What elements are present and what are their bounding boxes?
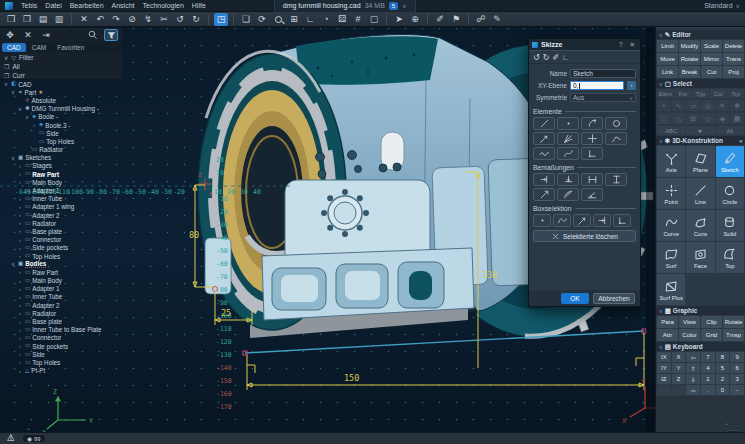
construction-curve-tile[interactable]: Curve — [657, 210, 685, 241]
status-badge[interactable]: ◉99 — [22, 434, 46, 443]
tree-item[interactable]: ›▭Inner Tube to Base Plate — [3, 326, 121, 334]
wave-icon[interactable] — [533, 147, 555, 160]
tree-item[interactable]: ›▭Raw Part — [3, 170, 121, 178]
dim-diag-icon[interactable] — [533, 188, 555, 201]
filter-row[interactable]: ∨ ▽ Filter — [0, 53, 122, 62]
viewport-scrollbar[interactable] — [646, 28, 655, 432]
editor-scale-button[interactable]: Scale — [701, 40, 722, 52]
tree-item[interactable]: ›▭Adapter 2 — [3, 211, 121, 219]
tree-item[interactable]: ›▭Side pockets — [3, 244, 121, 252]
tree-item[interactable]: ›▭Main Body — [3, 178, 121, 186]
construction-section-header[interactable]: ∨✱3D-Konstruktion◂ — [656, 136, 745, 145]
graphic-tmsp-button[interactable]: Tmsp — [723, 329, 744, 341]
delete-icon[interactable]: ✕ — [77, 13, 91, 26]
sidebar-tab-favoriten[interactable]: Favoriten — [52, 43, 89, 52]
graphic-rotate-button[interactable]: Rotate — [723, 316, 744, 328]
tree-item[interactable]: ›▭Side — [3, 350, 121, 358]
sidebar-tab-cam[interactable]: CAM — [27, 43, 51, 52]
tree-expander-icon[interactable]: › — [17, 359, 23, 365]
editor-limit-button[interactable]: Limit — [657, 40, 678, 52]
undo-icon[interactable]: ↶ — [93, 13, 107, 26]
tree-expander-icon[interactable]: › — [17, 335, 23, 341]
tree-item[interactable]: ›▭Adapter 1 — [3, 285, 121, 293]
tree-expander-icon[interactable]: › — [17, 368, 23, 374]
tree-expander-icon[interactable]: › — [17, 294, 23, 300]
key-6[interactable]: 6 — [730, 363, 744, 373]
construction-axis-tile[interactable]: Axis — [657, 146, 685, 177]
curve-icon[interactable] — [553, 214, 571, 227]
tree-expander-icon[interactable]: › — [17, 310, 23, 316]
select-mode-all[interactable]: All — [716, 126, 744, 135]
move-icon[interactable]: ✥ — [4, 30, 16, 40]
tree-item[interactable]: ∨▣Bodies — [3, 260, 121, 268]
key-⇧[interactable]: ⇧ — [686, 363, 700, 373]
delete-selected-button[interactable]: Selektierte löschen — [533, 230, 636, 242]
construction-solid-tile[interactable]: Solid — [716, 210, 744, 241]
trim-icon[interactable]: ✂ — [157, 13, 171, 26]
key--[interactable]: - — [730, 385, 744, 395]
close-icon[interactable]: ✕ — [628, 41, 637, 49]
tree-expander-icon[interactable]: › — [17, 179, 23, 185]
rotate-left-icon[interactable]: ↺ — [173, 13, 187, 26]
key-ix[interactable]: IX — [657, 352, 671, 362]
dim-left-icon[interactable] — [533, 173, 555, 186]
construction-surf-plus-tile[interactable]: Surf Plus — [657, 274, 685, 305]
menu-datei[interactable]: Datei — [45, 2, 61, 9]
menu-hilfe[interactable]: Hilfe — [192, 2, 206, 9]
rotate-right-icon[interactable]: ↻ — [189, 13, 203, 26]
key-4[interactable]: 4 — [701, 363, 715, 373]
tree-item[interactable]: ›▭Connector — [3, 334, 121, 342]
point-icon[interactable] — [557, 117, 579, 130]
tree-item[interactable]: ›▭Inner Tube — [3, 195, 121, 203]
spline-icon[interactable] — [557, 147, 579, 160]
key-iz[interactable]: IZ — [657, 374, 671, 384]
tree-expander-icon[interactable]: › — [17, 220, 23, 226]
construction-sketch-tile[interactable]: Sketch — [716, 146, 744, 177]
select-elem-chip[interactable]: Elem — [657, 89, 674, 98]
graphic-attr-button[interactable]: Attr — [657, 329, 678, 341]
tree-expander-icon[interactable]: ∨ — [10, 155, 16, 161]
plane-picker-button[interactable]: › — [627, 81, 636, 90]
key-y[interactable]: Y — [672, 363, 686, 373]
perpendicular-icon[interactable] — [581, 132, 603, 145]
datum-icon[interactable] — [581, 147, 603, 160]
filter-funnel-icon[interactable] — [104, 29, 118, 41]
coordinate-system-icon[interactable]: ∟ — [562, 53, 570, 62]
construction-point-tile[interactable]: Point — [657, 178, 685, 209]
tree-expander-icon[interactable]: › — [17, 196, 23, 202]
key-2[interactable]: 2 — [716, 374, 730, 384]
search-icon[interactable] — [86, 29, 98, 42]
construction-circle-tile[interactable]: Circle — [716, 178, 744, 209]
select-tool-icon[interactable]: ◎ — [701, 100, 715, 111]
orbit-icon[interactable]: ⊕ — [408, 13, 422, 26]
tools-icon[interactable]: ✐ — [552, 53, 559, 62]
export-icon[interactable]: ⇥ — [40, 30, 52, 40]
key-9[interactable]: 9 — [730, 352, 744, 362]
lasso-icon[interactable]: ✎ — [490, 13, 504, 26]
tree-expander-icon[interactable]: › — [17, 343, 23, 349]
key-7[interactable]: 7 — [701, 352, 715, 362]
tree-expander-icon[interactable]: › — [17, 286, 23, 292]
tree-expander-icon[interactable]: › — [17, 171, 23, 177]
tree-expander-icon[interactable]: › — [17, 253, 23, 259]
document-dropdown-icon[interactable]: ∨ — [402, 2, 406, 9]
pattern-icon[interactable]: ⚄ — [335, 13, 349, 26]
rotate-view-icon[interactable]: ◔ — [319, 13, 333, 26]
select-tool-icon[interactable]: ▱ — [686, 100, 700, 111]
pyramid-icon[interactable] — [6, 433, 16, 444]
measure-icon[interactable]: ☍ — [474, 13, 488, 26]
redo-icon[interactable]: ↻ — [543, 53, 550, 62]
redo-icon[interactable]: ↷ — [109, 13, 123, 26]
tree-item[interactable]: ›▭Adapter 1 wing — [3, 203, 121, 211]
tree-item[interactable]: ›▭Inner Tube — [3, 293, 121, 301]
open-file-icon[interactable]: ❒ — [4, 13, 18, 26]
tree-item[interactable]: ∨▣Sketches — [3, 154, 121, 162]
tree-item[interactable]: ›▭Base plate — [3, 317, 121, 325]
menu-technologien[interactable]: Technologien — [143, 2, 184, 9]
snap-icon[interactable]: ∟ — [303, 13, 317, 26]
tree-expander-icon[interactable]: › — [17, 351, 23, 357]
zoom-fit-icon[interactable]: ⊞ — [287, 13, 301, 26]
key-⇩[interactable]: ⇩ — [686, 374, 700, 384]
tree-item[interactable]: ›△Pt-Pt — [3, 367, 121, 375]
wrench-icon[interactable]: ✐ — [433, 13, 447, 26]
